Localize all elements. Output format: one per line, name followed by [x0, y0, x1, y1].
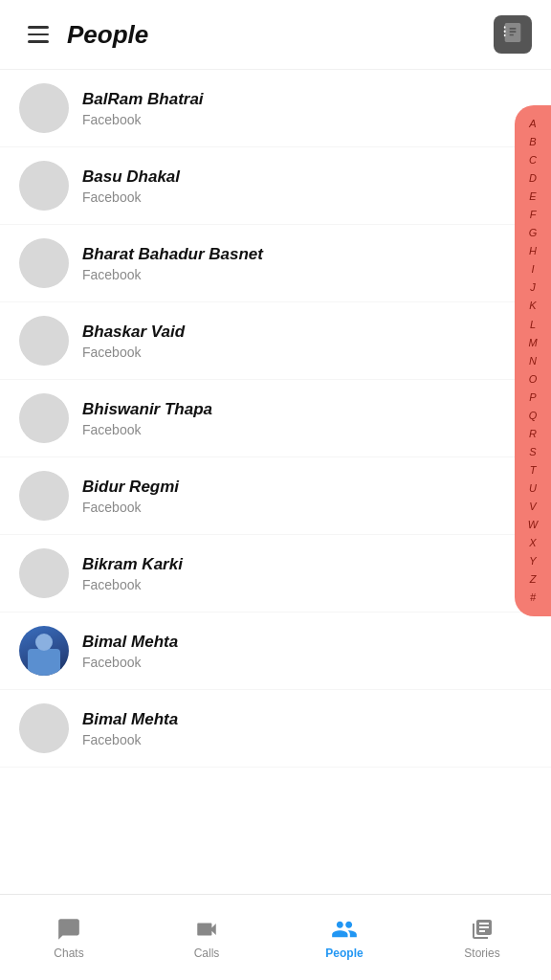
- avatar: [19, 471, 69, 521]
- alpha-letter-y[interactable]: Y: [515, 552, 551, 570]
- contact-name: Bhiswanir Thapa: [82, 399, 532, 420]
- contact-name: Bhaskar Vaid: [82, 322, 532, 343]
- alpha-letter-d[interactable]: D: [515, 169, 551, 188]
- alpha-letter-x[interactable]: X: [515, 534, 551, 552]
- address-book-icon: [503, 23, 522, 47]
- contact-info: Bhiswanir Thapa Facebook: [82, 399, 532, 437]
- contact-source: Facebook: [82, 267, 532, 282]
- contact-item[interactable]: Bikram Karki Facebook: [0, 535, 551, 612]
- app-header: People: [0, 0, 551, 70]
- contact-list: BalRam Bhatrai Facebook Basu Dhakal Face…: [0, 70, 551, 863]
- contact-name: Bidur Regmi: [82, 477, 532, 498]
- contact-name: Basu Dhakal: [82, 167, 532, 188]
- contacts-book-button[interactable]: [494, 15, 532, 54]
- stories-icon: [469, 916, 496, 943]
- avatar: [19, 626, 69, 676]
- avatar: [19, 161, 69, 211]
- contact-info: Basu Dhakal Facebook: [82, 167, 532, 205]
- alpha-letter-l[interactable]: L: [515, 316, 551, 334]
- alpha-letter-n[interactable]: N: [515, 352, 551, 370]
- contact-item[interactable]: Bhiswanir Thapa Facebook: [0, 380, 551, 457]
- svg-rect-2: [504, 33, 506, 36]
- contact-info: Bidur Regmi Facebook: [82, 477, 532, 515]
- contact-info: Bhaskar Vaid Facebook: [82, 322, 532, 360]
- alpha-letter-m[interactable]: M: [515, 334, 551, 352]
- avatar: [19, 238, 69, 288]
- avatar: [19, 548, 69, 598]
- contact-source: Facebook: [82, 577, 532, 592]
- calls-icon: [193, 916, 220, 943]
- contact-name: Bimal Mehta: [82, 709, 532, 730]
- contact-item[interactable]: Bhaskar Vaid Facebook: [0, 302, 551, 380]
- alpha-letter-j[interactable]: J: [515, 278, 551, 297]
- alpha-letter-s[interactable]: S: [515, 443, 551, 461]
- svg-rect-0: [504, 26, 506, 29]
- nav-label-chats: Chats: [54, 947, 83, 960]
- alpha-letter-h[interactable]: H: [515, 242, 551, 260]
- contact-item[interactable]: Basu Dhakal Facebook: [0, 147, 551, 225]
- alpha-letter-b[interactable]: B: [515, 133, 551, 151]
- hamburger-icon: [28, 26, 49, 43]
- contact-source: Facebook: [82, 655, 532, 670]
- alpha-letter-a[interactable]: A: [515, 115, 551, 133]
- contact-name: BalRam Bhatrai: [82, 89, 532, 110]
- avatar: [19, 393, 69, 443]
- avatar: [19, 316, 69, 366]
- contact-source: Facebook: [82, 189, 532, 205]
- contact-item[interactable]: BalRam Bhatrai Facebook: [0, 70, 551, 147]
- menu-button[interactable]: [19, 15, 57, 54]
- contact-item[interactable]: Bidur Regmi Facebook: [0, 457, 551, 535]
- contact-name: Bharat Bahadur Basnet: [82, 244, 532, 265]
- contact-source: Facebook: [82, 422, 532, 437]
- people-icon: [331, 916, 358, 943]
- contact-item[interactable]: Bharat Bahadur Basnet Facebook: [0, 225, 551, 302]
- svg-rect-1: [504, 30, 506, 33]
- bottom-navigation: Chats Calls People Stories: [0, 894, 551, 980]
- contact-item[interactable]: Bimal Mehta Facebook: [0, 690, 551, 768]
- alpha-letter-z[interactable]: Z: [515, 570, 551, 589]
- contact-info: Bimal Mehta Facebook: [82, 632, 532, 670]
- alpha-letter-f[interactable]: F: [515, 206, 551, 224]
- contact-source: Facebook: [82, 112, 532, 127]
- contact-name: Bikram Karki: [82, 554, 532, 575]
- contact-source: Facebook: [82, 500, 532, 515]
- contact-info: Bimal Mehta Facebook: [82, 709, 532, 747]
- nav-item-stories[interactable]: Stories: [413, 908, 551, 968]
- alphabet-sidebar: ABCDEFGHIJKLMNOPQRSTUVWXYZ#: [515, 105, 551, 616]
- alpha-letter-c[interactable]: C: [515, 151, 551, 169]
- contact-source: Facebook: [82, 345, 532, 360]
- contact-item[interactable]: Bimal Mehta Facebook: [0, 612, 551, 690]
- alpha-letter-o[interactable]: O: [515, 370, 551, 389]
- nav-label-people: People: [325, 947, 363, 960]
- avatar: [19, 703, 69, 753]
- page-title: People: [67, 20, 494, 50]
- alpha-letter-r[interactable]: R: [515, 425, 551, 443]
- contact-info: Bharat Bahadur Basnet Facebook: [82, 244, 532, 282]
- alpha-letter-k[interactable]: K: [515, 297, 551, 315]
- nav-label-calls: Calls: [194, 947, 220, 960]
- nav-item-calls[interactable]: Calls: [138, 908, 276, 968]
- alpha-letter-w[interactable]: W: [515, 516, 551, 534]
- alpha-letter-i[interactable]: I: [515, 260, 551, 278]
- chats-icon: [55, 916, 82, 943]
- avatar: [19, 83, 69, 133]
- alpha-letter-t[interactable]: T: [515, 461, 551, 479]
- alpha-letter-u[interactable]: U: [515, 479, 551, 498]
- alpha-letter-q[interactable]: Q: [515, 407, 551, 425]
- contact-name: Bimal Mehta: [82, 632, 532, 653]
- nav-label-stories: Stories: [464, 947, 499, 960]
- alpha-letter-#[interactable]: #: [515, 589, 551, 607]
- alpha-letter-e[interactable]: E: [515, 188, 551, 206]
- alpha-letter-v[interactable]: V: [515, 498, 551, 516]
- nav-item-chats[interactable]: Chats: [0, 908, 138, 968]
- contact-info: BalRam Bhatrai Facebook: [82, 89, 532, 127]
- nav-item-people[interactable]: People: [276, 908, 413, 968]
- alpha-letter-p[interactable]: P: [515, 389, 551, 407]
- alpha-letter-g[interactable]: G: [515, 224, 551, 242]
- contact-info: Bikram Karki Facebook: [82, 554, 532, 592]
- contact-source: Facebook: [82, 732, 532, 747]
